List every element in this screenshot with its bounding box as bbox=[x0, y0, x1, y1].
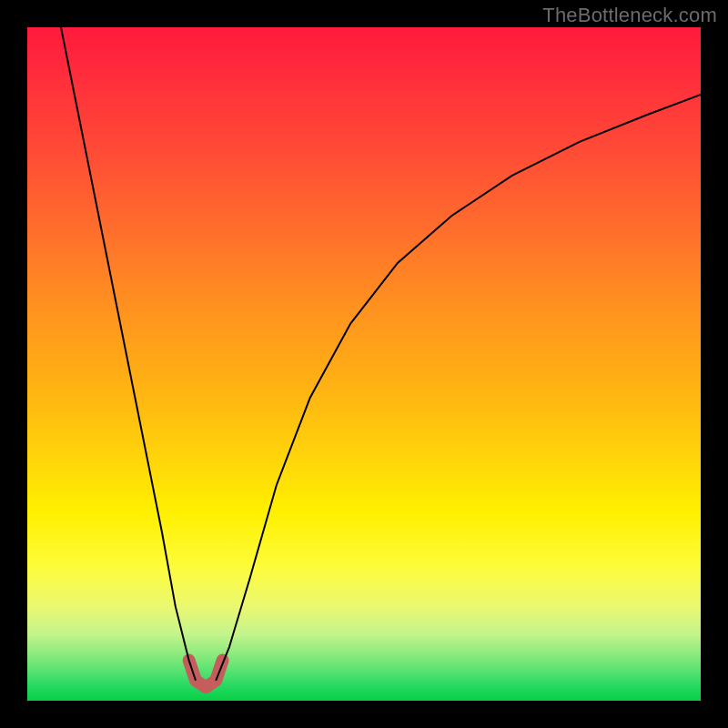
chart-frame: TheBottleneck.com bbox=[0, 0, 728, 728]
watermark-text: TheBottleneck.com bbox=[542, 4, 717, 27]
plot-area bbox=[27, 27, 701, 701]
left-branch-curve bbox=[61, 27, 196, 681]
right-branch-curve bbox=[216, 95, 701, 681]
curve-layer bbox=[27, 27, 701, 701]
